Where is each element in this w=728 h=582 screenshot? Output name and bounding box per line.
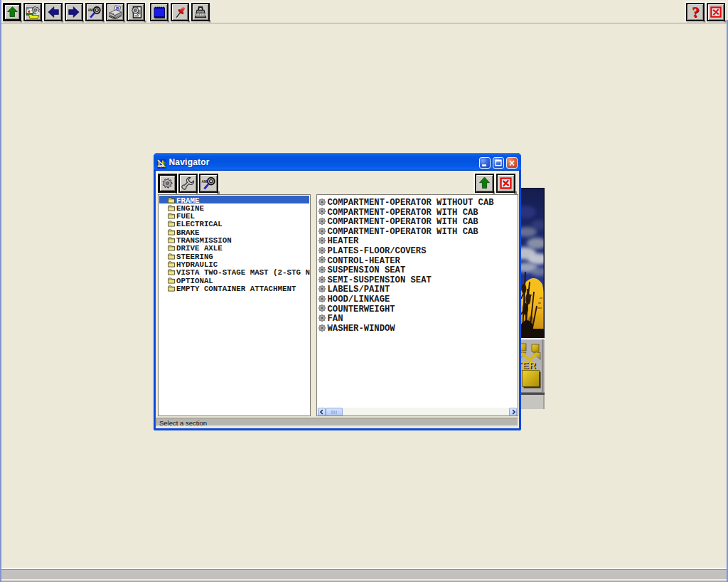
- svg-text:GRAMS: GRAMS: [195, 13, 206, 16]
- svg-text:AM: AM: [88, 9, 93, 12]
- svg-text:?: ?: [692, 5, 700, 19]
- svg-text:AM: AM: [202, 180, 207, 184]
- svg-text:TER: TER: [521, 360, 537, 371]
